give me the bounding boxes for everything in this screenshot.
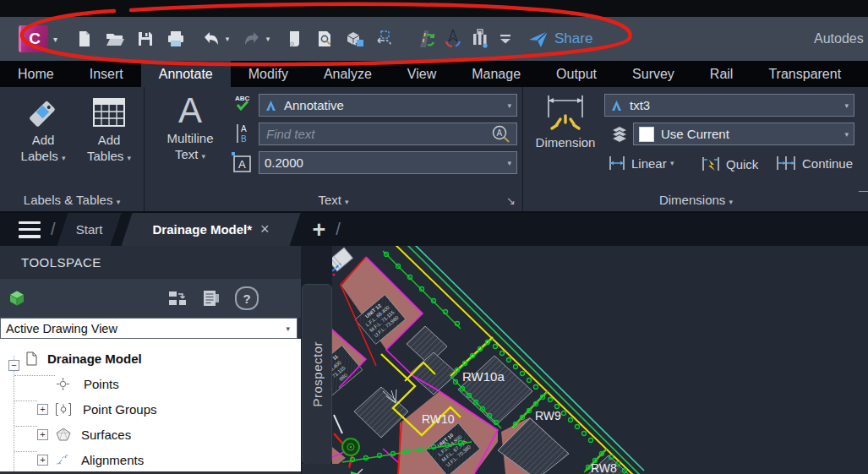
linear-dim-button[interactable]: Linear ▾ bbox=[608, 155, 674, 172]
add-tables-line1: Add bbox=[98, 132, 121, 148]
toolspace-palette: TOOLSPACE ? bbox=[0, 246, 301, 474]
share-button[interactable]: Share bbox=[554, 30, 592, 47]
save-icon[interactable] bbox=[135, 29, 156, 49]
tab-infraworks[interactable]: InfraWo bbox=[859, 61, 868, 87]
plot-preview-icon[interactable] bbox=[284, 29, 304, 49]
table-icon bbox=[90, 93, 128, 132]
expand-expander[interactable]: + bbox=[37, 455, 48, 466]
find-text-box[interactable]: A bbox=[259, 123, 517, 145]
continue-dim-button[interactable]: Continue bbox=[775, 155, 853, 172]
tab-survey[interactable]: Survey bbox=[614, 61, 692, 87]
expand-expander[interactable]: + bbox=[37, 429, 48, 440]
dim-layer-value: Use Current bbox=[661, 127, 729, 141]
panorama-report-icon[interactable] bbox=[201, 289, 221, 308]
tab-transparent[interactable]: Transparent bbox=[751, 61, 859, 87]
toolbar-customize-icon[interactable] bbox=[495, 29, 516, 49]
find-search-icon[interactable]: A bbox=[491, 124, 511, 144]
label-rw10a: RW10a bbox=[462, 369, 505, 384]
tree-item-points[interactable]: Points bbox=[0, 371, 119, 396]
tree-root-label: Drainage Model bbox=[47, 351, 142, 366]
panel-title-text[interactable]: Text ▾ bbox=[145, 193, 522, 207]
tab-modify[interactable]: Modify bbox=[231, 61, 306, 87]
help-icon[interactable]: ? bbox=[235, 286, 259, 310]
item-view-toggle-icon[interactable] bbox=[167, 289, 188, 308]
quick-dim-button[interactable]: Quick bbox=[701, 155, 758, 173]
close-tab-icon[interactable]: × bbox=[260, 221, 270, 238]
dimension-label: Dimension bbox=[536, 134, 596, 150]
alignments-icon bbox=[56, 453, 71, 466]
tab-prospector[interactable]: Prospector bbox=[302, 284, 332, 465]
drawing-viewport[interactable]: UNIT 12 L.F.L. 68.400 M.F.L. 71.115 U.F.… bbox=[332, 246, 868, 474]
text-style-icon[interactable]: A bbox=[231, 151, 253, 175]
file-tab-start[interactable]: Start bbox=[57, 213, 122, 246]
active-drawing-cube-icon[interactable] bbox=[7, 288, 27, 308]
tree-item-surfaces[interactable]: + Surfaces bbox=[0, 422, 131, 447]
tab-output[interactable]: Output bbox=[538, 61, 614, 87]
find-text-input[interactable] bbox=[265, 126, 471, 142]
panel-labels-tables: Add Labels ▾ Add Tables ▾ Labels & Table… bbox=[0, 87, 145, 211]
dynamic-move-icon[interactable] bbox=[375, 29, 396, 49]
view-selector-value: Active Drawing View bbox=[6, 322, 117, 335]
new-file-icon[interactable] bbox=[74, 29, 95, 49]
text-align-icon[interactable]: AB bbox=[232, 123, 254, 144]
dim-style-value: txt3 bbox=[630, 98, 650, 112]
svg-text:A: A bbox=[241, 124, 247, 133]
toolspace-toolbar: ? bbox=[0, 279, 301, 318]
tree-item-drawing-root[interactable]: − Drainage Model bbox=[0, 346, 142, 371]
view-selector-dropdown[interactable]: Active Drawing View ▾ bbox=[0, 318, 298, 339]
file-tab-drainage-model[interactable]: Drainage Model* × bbox=[122, 213, 301, 246]
panel-title-labels-tables[interactable]: Labels & Tables ▾ bbox=[0, 193, 144, 207]
tab-next-partial[interactable] bbox=[302, 464, 351, 474]
continue-dim-icon bbox=[775, 155, 797, 172]
tab-analyze[interactable]: Analyze bbox=[306, 61, 390, 87]
drawing-canvas[interactable]: UNIT 12 L.F.L. 68.400 M.F.L. 71.115 U.F.… bbox=[332, 246, 868, 474]
share-plane-icon[interactable] bbox=[527, 29, 548, 49]
surfaces-icon bbox=[56, 428, 71, 441]
dimension-button[interactable]: Dimension bbox=[528, 90, 603, 150]
spell-check-icon[interactable]: ABC bbox=[232, 94, 254, 114]
dim-layer-combo[interactable]: Use Current ▾ bbox=[633, 123, 854, 145]
open-folder-icon[interactable] bbox=[105, 29, 125, 49]
undo-icon[interactable] bbox=[201, 29, 221, 49]
civil3d-logo[interactable]: C bbox=[19, 25, 48, 52]
annotative-icon bbox=[610, 100, 623, 112]
dim-style-combo[interactable]: txt3 ▾ bbox=[604, 94, 854, 117]
panel-title-dimensions[interactable]: Dimensions ▾ bbox=[523, 193, 868, 207]
redo-caret-icon[interactable]: ▾ bbox=[264, 35, 272, 43]
quick-access-toolbar: C ▾ ▾ ▾ bbox=[0, 17, 868, 61]
toolspace-title[interactable]: TOOLSPACE bbox=[0, 246, 301, 279]
add-labels-line1: Add bbox=[32, 132, 55, 148]
text-height-combo[interactable]: 0.2000 ▾ bbox=[259, 151, 517, 174]
tree-item-point-groups[interactable]: + Point Groups bbox=[0, 396, 157, 422]
expand-expander[interactable]: + bbox=[37, 404, 48, 415]
add-tables-button[interactable]: Add Tables ▾ bbox=[81, 93, 137, 166]
add-labels-button[interactable]: Add Labels ▾ bbox=[14, 93, 73, 166]
tab-view[interactable]: View bbox=[390, 61, 454, 87]
north-rotate-icon[interactable] bbox=[443, 29, 463, 49]
add-labels-line2: Labels ▾ bbox=[21, 148, 66, 166]
publish-search-icon[interactable] bbox=[314, 29, 335, 49]
app-menu-caret-icon[interactable]: ▾ bbox=[53, 35, 57, 44]
label-rw9: RW9 bbox=[535, 409, 561, 422]
profile-view-icon[interactable] bbox=[470, 29, 490, 49]
tree-item-alignments[interactable]: + Alignments bbox=[0, 447, 144, 471]
new-drawing-tab-button[interactable]: + bbox=[313, 215, 326, 245]
multiline-text-button[interactable]: A Multiline Text ▾ bbox=[156, 91, 224, 165]
layer-color-swatch bbox=[639, 127, 654, 142]
hamburger-menu-icon[interactable] bbox=[19, 221, 41, 238]
block-cube-icon[interactable] bbox=[345, 29, 365, 49]
dimension-icon bbox=[543, 90, 588, 134]
collapse-expander[interactable]: − bbox=[8, 360, 19, 371]
text-dialog-launcher-icon[interactable]: ↘ bbox=[506, 194, 516, 207]
plot-print-icon[interactable] bbox=[166, 29, 186, 49]
tab-insert[interactable]: Insert bbox=[72, 61, 141, 87]
tab-annotate[interactable]: Annotate bbox=[141, 61, 231, 87]
multiline-line1: Multiline bbox=[167, 130, 213, 146]
corridor-refresh-icon[interactable] bbox=[414, 29, 434, 49]
svg-text:A: A bbox=[238, 158, 246, 171]
tab-manage[interactable]: Manage bbox=[454, 61, 538, 87]
tab-home[interactable]: Home bbox=[0, 61, 72, 87]
undo-caret-icon[interactable]: ▾ bbox=[223, 35, 232, 43]
text-style-combo[interactable]: Annotative ▾ bbox=[259, 94, 517, 117]
tab-rail[interactable]: Rail bbox=[692, 61, 751, 87]
